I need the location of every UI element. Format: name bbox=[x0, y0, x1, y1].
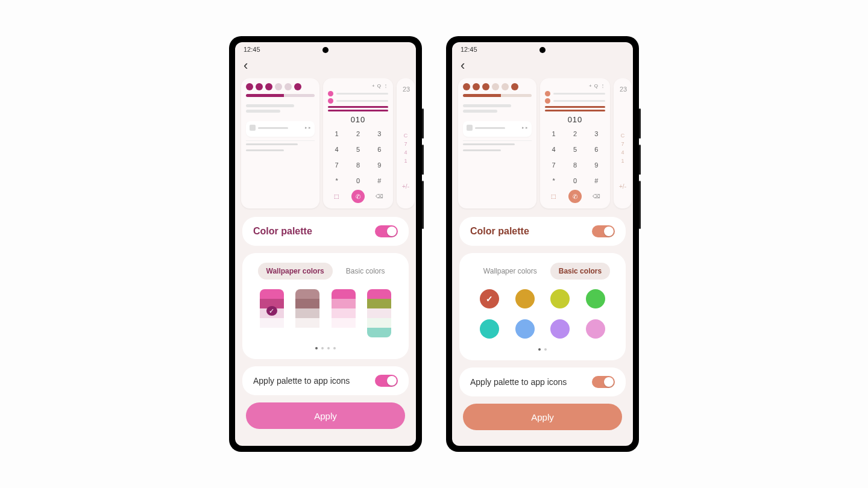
apply-icons-toggle[interactable] bbox=[375, 375, 398, 387]
theme-previews[interactable]: ▸ ▸ +Q⋮ 010 123 456 bbox=[452, 78, 633, 217]
placeholder-line bbox=[475, 127, 505, 129]
apply-icons-toggle[interactable] bbox=[592, 376, 615, 388]
power-button bbox=[639, 181, 641, 229]
wallpaper-swatches: ✓ bbox=[253, 289, 398, 337]
qs-icon bbox=[285, 83, 292, 90]
pager-dots bbox=[253, 347, 398, 349]
dialer-keypad: 123 456 789 *0# ⬚ ✆ ⌫ bbox=[328, 128, 388, 202]
power-button bbox=[422, 181, 424, 229]
accent-line bbox=[328, 106, 388, 108]
back-button[interactable]: ‹ bbox=[241, 58, 250, 74]
placeholder-line bbox=[246, 149, 284, 151]
palette-swatch[interactable] bbox=[367, 289, 391, 337]
color-option[interactable] bbox=[480, 289, 499, 308]
brightness-slider bbox=[246, 94, 315, 97]
tab-wallpaper-colors[interactable]: Wallpaper colors bbox=[475, 263, 546, 280]
color-option[interactable] bbox=[515, 319, 535, 339]
apply-button[interactable]: Apply bbox=[463, 404, 622, 430]
color-option[interactable] bbox=[550, 289, 570, 308]
placeholder-line bbox=[463, 104, 511, 107]
apply-icons-card: Apply palette to app icons bbox=[459, 368, 626, 396]
call-button-icon: ✆ bbox=[568, 190, 582, 203]
palette-swatch[interactable]: ✓ bbox=[260, 289, 284, 337]
preview-clock[interactable]: 23 C741 +/- bbox=[614, 78, 632, 208]
color-option[interactable] bbox=[480, 319, 499, 339]
placeholder-line bbox=[246, 104, 294, 107]
dialer-top-icons: +Q⋮ bbox=[545, 83, 605, 89]
volume-up-button bbox=[422, 108, 424, 139]
apply-button[interactable]: Apply bbox=[246, 402, 405, 429]
palette-options-card: Wallpaper colors Basic colors bbox=[459, 253, 626, 360]
qs-icon bbox=[294, 83, 301, 90]
palette-toggle[interactable] bbox=[592, 225, 615, 237]
palette-title: Color palette bbox=[253, 226, 312, 237]
qs-icon bbox=[482, 83, 489, 90]
qs-icon bbox=[275, 83, 282, 90]
color-option[interactable] bbox=[586, 289, 605, 308]
preview-dialer[interactable]: +Q⋮ 010 123 456 789 *0# ⬚ ✆ ⌫ bbox=[540, 78, 610, 208]
screen: 12:45 ‹ bbox=[235, 42, 416, 446]
placeholder-line bbox=[336, 93, 388, 95]
clock-text: 12:45 bbox=[461, 46, 477, 53]
dialer-display: 010 bbox=[328, 115, 388, 124]
placeholder-line bbox=[246, 143, 298, 145]
clock-peek-text: 23 bbox=[618, 83, 627, 95]
basic-color-grid bbox=[470, 289, 615, 339]
tab-wallpaper-colors[interactable]: Wallpaper colors bbox=[258, 263, 333, 280]
apply-button-label: Apply bbox=[314, 411, 337, 421]
phone-mockup-left: 12:45 ‹ bbox=[229, 36, 422, 452]
phone-mockup-right: 12:45 ‹ bbox=[446, 36, 639, 452]
contact-dot-icon bbox=[545, 91, 550, 96]
color-palette-card: Color palette bbox=[459, 217, 626, 246]
camera-cutout bbox=[539, 47, 546, 53]
accent-line bbox=[545, 110, 605, 111]
back-button[interactable]: ‹ bbox=[458, 58, 467, 74]
theme-previews[interactable]: ▸ ▸ +Q⋮ 010 123 456 bbox=[235, 78, 416, 217]
app-icon-placeholder bbox=[250, 125, 256, 131]
contact-dot-icon bbox=[328, 98, 333, 104]
app-icon-placeholder bbox=[467, 125, 473, 131]
dialer-top-icons: +Q⋮ bbox=[328, 83, 388, 89]
accent-line bbox=[328, 110, 388, 111]
qs-icon bbox=[502, 83, 509, 90]
qs-icon bbox=[256, 83, 263, 90]
qs-icon bbox=[511, 83, 518, 90]
placeholder-line bbox=[258, 127, 288, 129]
clock-text: 12:45 bbox=[244, 46, 260, 53]
preview-clock[interactable]: 23 C741 +/- bbox=[397, 78, 415, 208]
preview-quicksettings[interactable]: ▸ ▸ bbox=[241, 78, 319, 208]
color-option[interactable] bbox=[550, 319, 570, 339]
clock-peek-text: 23 bbox=[401, 83, 410, 95]
tab-basic-colors[interactable]: Basic colors bbox=[550, 263, 610, 280]
palette-toggle[interactable] bbox=[375, 225, 398, 237]
palette-swatch[interactable] bbox=[332, 289, 356, 337]
volume-down-button bbox=[639, 145, 641, 175]
palette-swatch[interactable] bbox=[295, 289, 319, 337]
contact-dot-icon bbox=[328, 91, 333, 96]
color-option[interactable] bbox=[586, 319, 605, 339]
palette-options-card: Wallpaper colors Basic colors ✓ bbox=[242, 253, 409, 359]
contact-dot-icon bbox=[545, 98, 550, 104]
color-palette-card: Color palette bbox=[242, 217, 409, 246]
letter-column: C741 bbox=[401, 131, 410, 165]
apply-button-label: Apply bbox=[531, 412, 554, 422]
dialer-display: 010 bbox=[545, 115, 605, 124]
qs-icon bbox=[246, 83, 253, 90]
preview-dialer[interactable]: +Q⋮ 010 123 456 789 *0# ⬚ ✆ ⌫ bbox=[323, 78, 393, 208]
qs-icon bbox=[492, 83, 499, 90]
media-controls-icon: ▸ ▸ bbox=[522, 125, 528, 130]
placeholder-line bbox=[336, 100, 388, 102]
preview-quicksettings[interactable]: ▸ ▸ bbox=[458, 78, 536, 208]
notification-card: ▸ ▸ bbox=[463, 121, 532, 137]
color-option[interactable] bbox=[515, 289, 535, 308]
pager-dots bbox=[470, 348, 615, 351]
notification-card: ▸ ▸ bbox=[246, 121, 315, 137]
tab-basic-colors[interactable]: Basic colors bbox=[338, 263, 394, 280]
placeholder-line bbox=[553, 100, 605, 102]
placeholder-line bbox=[463, 110, 497, 113]
accent-line bbox=[545, 106, 605, 108]
placeholder-line bbox=[246, 110, 280, 113]
apply-icons-card: Apply palette to app icons bbox=[242, 366, 409, 395]
volume-down-button bbox=[422, 145, 424, 175]
media-controls-icon: ▸ ▸ bbox=[305, 125, 311, 130]
